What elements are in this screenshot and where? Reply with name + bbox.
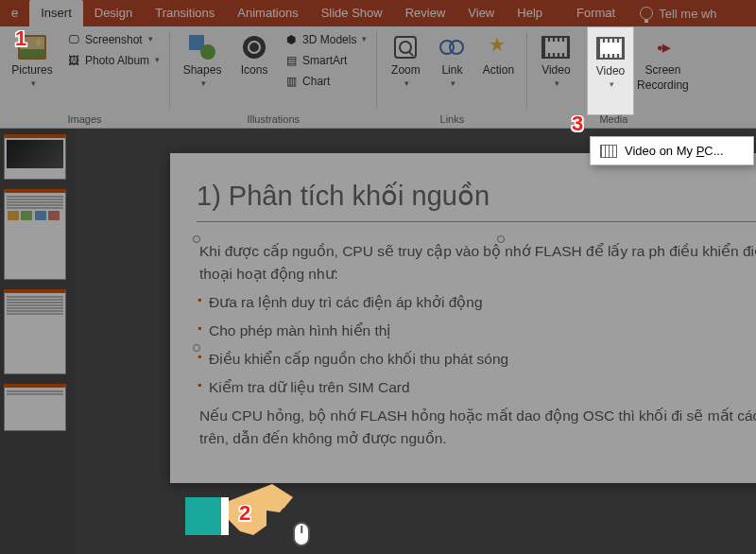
icons-button[interactable]: Icons bbox=[232, 30, 276, 78]
screenshot-label: Screenshot bbox=[85, 33, 143, 46]
screen-recording-icon: ●▶ bbox=[657, 42, 669, 54]
video-button[interactable]: Video ▾ bbox=[533, 30, 578, 89]
slide-thumbnail[interactable] bbox=[4, 134, 66, 180]
chart-label: Chart bbox=[302, 75, 330, 88]
zoom-label: Zoom bbox=[391, 64, 421, 78]
tab-design[interactable]: Design bbox=[83, 0, 144, 26]
screen-recording-label-2: Recording bbox=[637, 79, 689, 93]
pointing-hand-icon bbox=[185, 463, 289, 548]
video-dropdown-menu: Video on My PC... bbox=[590, 136, 754, 165]
group-illustrations: Shapes ▾ Icons ⬢ 3D Models ▾ ▤ SmartArt … bbox=[170, 26, 376, 128]
slide-thumbnail[interactable] bbox=[4, 189, 66, 280]
svg-rect-0 bbox=[185, 497, 223, 535]
chevron-down-icon: ▾ bbox=[451, 78, 455, 88]
screen-recording-button[interactable]: ●▶ Screen Recording bbox=[631, 30, 694, 93]
photo-album-label: Photo Album bbox=[85, 54, 149, 67]
action-label: Action bbox=[483, 64, 514, 78]
slide-thumbnail-panel[interactable] bbox=[0, 129, 76, 554]
chevron-down-icon: ▾ bbox=[555, 78, 559, 88]
body-paragraph: Nếu CPU hỏng, bộ nhớ FLASH hỏng hoặc mất… bbox=[198, 405, 756, 450]
slide-title-text: 1) Phân tích khối nguồn bbox=[197, 181, 490, 211]
slide-editor[interactable]: 1) Phân tích khối nguồn Khi được cấp ngu… bbox=[76, 129, 756, 554]
tab-view[interactable]: View bbox=[456, 0, 506, 26]
selection-handle[interactable] bbox=[193, 235, 200, 243]
svg-rect-1 bbox=[221, 497, 229, 535]
tab-animations[interactable]: Animations bbox=[226, 0, 309, 26]
video-on-my-pc-item[interactable]: Video on My PC... bbox=[591, 137, 753, 164]
chart-icon: ▥ bbox=[284, 74, 299, 89]
tab-transitions[interactable]: Transitions bbox=[144, 0, 226, 26]
shapes-icon bbox=[189, 35, 215, 60]
photo-album-button[interactable]: 🖼 Photo Album ▾ bbox=[62, 51, 163, 70]
group-label-media: Media bbox=[533, 113, 694, 128]
group-links: Zoom ▾ Link ▾ Action Links bbox=[377, 26, 526, 128]
action-icon bbox=[487, 36, 509, 59]
icons-label: Icons bbox=[241, 64, 268, 78]
tab-home-partial[interactable]: e bbox=[0, 0, 29, 26]
slide-thumbnail[interactable] bbox=[4, 384, 66, 431]
workspace: 1) Phân tích khối nguồn Khi được cấp ngu… bbox=[0, 129, 756, 554]
body-paragraph: Khi được cấp nguồn, CPU sẽ truy cập vào … bbox=[198, 240, 756, 286]
smartart-button[interactable]: ▤ SmartArt bbox=[280, 51, 370, 70]
video-icon bbox=[541, 36, 570, 59]
3d-models-button[interactable]: ⬢ 3D Models ▾ bbox=[280, 30, 370, 49]
smartart-label: SmartArt bbox=[302, 54, 347, 67]
annotation-step-1: 1 bbox=[15, 26, 40, 51]
ribbon-insert: Pictures ▾ 🖵 Screenshot ▾ 🖼 Photo Album … bbox=[0, 26, 756, 129]
mouse-cursor-icon bbox=[293, 522, 310, 546]
link-icon bbox=[439, 39, 464, 56]
slide-thumbnail[interactable] bbox=[4, 289, 66, 374]
film-icon bbox=[600, 145, 617, 158]
shapes-label: Shapes bbox=[183, 64, 222, 78]
body-bullet: Cho phép màn hình hiển thị bbox=[198, 320, 756, 342]
group-label-illustrations: Illustrations bbox=[176, 113, 370, 128]
tab-review[interactable]: Review bbox=[394, 0, 457, 26]
annotation-step-2: 2 bbox=[239, 501, 264, 526]
video-icon bbox=[596, 37, 625, 60]
link-label: Link bbox=[441, 64, 462, 78]
chevron-down-icon: ▾ bbox=[148, 34, 153, 43]
tab-slide-show[interactable]: Slide Show bbox=[310, 0, 394, 26]
group-label-links: Links bbox=[383, 113, 521, 128]
video-on-my-pc-label: Video on My PC... bbox=[625, 144, 724, 158]
tell-me-label: Tell me wh bbox=[659, 7, 716, 21]
icons-icon bbox=[243, 36, 266, 59]
chevron-down-icon: ▾ bbox=[31, 78, 36, 88]
zoom-icon bbox=[394, 36, 417, 59]
slide-body-textbox[interactable]: Khi được cấp nguồn, CPU sẽ truy cập vào … bbox=[197, 239, 756, 457]
chevron-down-icon: ▾ bbox=[610, 79, 614, 89]
cube-icon: ⬢ bbox=[284, 32, 299, 47]
3d-models-label: 3D Models bbox=[302, 33, 356, 46]
tab-insert[interactable]: Insert bbox=[29, 0, 83, 26]
video-button-highlighted[interactable]: Video ▾ bbox=[587, 26, 634, 115]
shapes-button[interactable]: Shapes ▾ bbox=[176, 30, 229, 89]
pictures-label: Pictures bbox=[11, 64, 52, 78]
chevron-down-icon: ▾ bbox=[404, 78, 409, 88]
screen-recording-label-1: Screen bbox=[644, 64, 680, 78]
tab-help[interactable]: Help bbox=[506, 0, 554, 26]
chevron-down-icon: ▾ bbox=[155, 55, 160, 64]
zoom-button[interactable]: Zoom ▾ bbox=[383, 30, 428, 89]
action-button[interactable]: Action bbox=[475, 30, 521, 78]
ribbon-tab-strip: e Insert Design Transitions Animations S… bbox=[0, 0, 756, 26]
tab-format[interactable]: Format bbox=[565, 0, 627, 26]
body-bullet: Kiểm tra dữ liệu trên SIM Card bbox=[198, 376, 756, 399]
annotation-step-3: 3 bbox=[572, 112, 596, 136]
video-label: Video bbox=[541, 64, 570, 78]
lightbulb-icon bbox=[640, 7, 653, 20]
selection-handle[interactable] bbox=[497, 235, 505, 243]
video-label: Video bbox=[596, 65, 625, 78]
screenshot-icon: 🖵 bbox=[66, 32, 81, 47]
link-button[interactable]: Link ▾ bbox=[432, 30, 472, 89]
chart-button[interactable]: ▥ Chart bbox=[280, 72, 370, 91]
smartart-icon: ▤ bbox=[284, 53, 299, 68]
tell-me-search[interactable]: Tell me wh bbox=[640, 7, 716, 21]
screenshot-button[interactable]: 🖵 Screenshot ▾ bbox=[62, 30, 163, 49]
group-label-images: Images bbox=[6, 113, 163, 128]
slide-title[interactable]: 1) Phân tích khối nguồn bbox=[197, 180, 756, 222]
chevron-down-icon: ▾ bbox=[201, 78, 206, 88]
chevron-down-icon: ▾ bbox=[362, 34, 367, 43]
slide-canvas[interactable]: 1) Phân tích khối nguồn Khi được cấp ngu… bbox=[170, 153, 756, 483]
body-bullet: Điều khiển cấp nguồn cho khối thu phát s… bbox=[198, 348, 756, 371]
body-bullet: Đưa ra lệnh duy trì các điện áp khởi độn… bbox=[198, 291, 756, 314]
